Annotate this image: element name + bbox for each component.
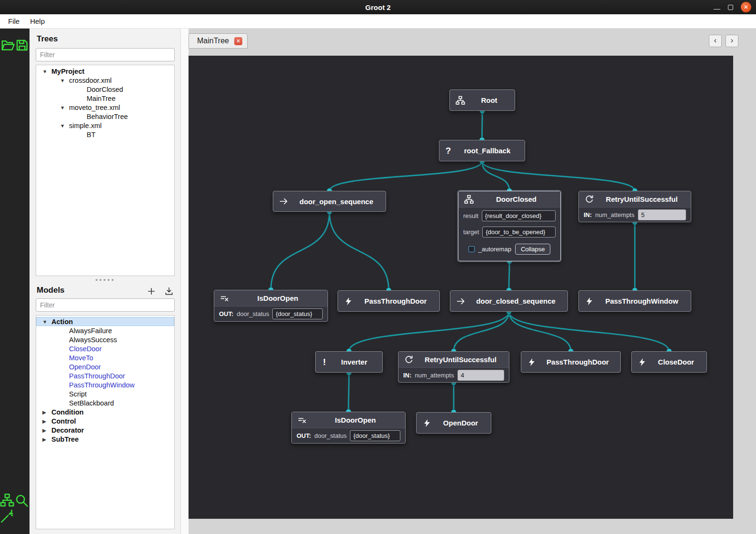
models-item-passthroughwindow[interactable]: PassThroughWindow xyxy=(36,380,174,389)
models-item-closedoor[interactable]: CloseDoor xyxy=(36,344,174,353)
trees-item-bt[interactable]: BT xyxy=(36,130,174,139)
models-item-setblackboard[interactable]: SetBlackboard xyxy=(36,398,174,407)
port-input-target[interactable]: {door_to_be_opened} xyxy=(482,227,556,237)
add-model-button[interactable] xyxy=(147,287,156,296)
models-item-decorator[interactable]: ▶Decorator xyxy=(36,425,174,435)
tree-item-label: Control xyxy=(51,417,76,425)
port-row-num_attempts: IN:num_attempts5 xyxy=(579,208,691,222)
menu-help[interactable]: Help xyxy=(25,15,50,27)
vertical-splitter[interactable] xyxy=(181,29,189,534)
maximize-button[interactable] xyxy=(728,5,733,10)
collapse-button[interactable]: Collapse xyxy=(515,244,551,255)
node-is_door_open_1[interactable]: IsDoorOpenOUT:door_status{door_status} xyxy=(214,290,328,322)
node-open_door[interactable]: OpenDoor xyxy=(416,412,491,434)
models-filter-input[interactable] xyxy=(36,298,175,312)
chevron-down-icon[interactable]: ▼ xyxy=(40,319,51,325)
tree-item-label: AlwaysSuccess xyxy=(69,336,117,344)
port-name-label: door_status xyxy=(237,310,269,317)
chevron-right-icon[interactable]: ▶ xyxy=(40,436,51,442)
chevron-down-icon[interactable]: ▼ xyxy=(40,69,51,74)
chevron-right-icon[interactable]: ▶ xyxy=(40,418,51,424)
port-input-num_attempts[interactable]: 5 xyxy=(638,209,686,220)
arrow-icon xyxy=(279,197,288,206)
tree-item-label: Condition xyxy=(51,408,84,416)
node-inverter[interactable]: !Inverter xyxy=(315,351,383,373)
tree-item-label: simple.xml xyxy=(69,122,101,129)
node-door_open_sequence[interactable]: door_open_sequence xyxy=(273,191,386,212)
node-door_closed_sequence[interactable]: door_closed_sequence xyxy=(450,290,568,312)
edge-door_closed-to-door_closed_sequence xyxy=(509,261,509,290)
models-item-action[interactable]: ▼Action xyxy=(36,317,174,326)
node-is_door_open_2[interactable]: IsDoorOpenOUT:door_status{door_status} xyxy=(291,412,406,444)
nav-back-button[interactable]: ‹ xyxy=(709,35,722,47)
chevron-down-icon[interactable]: ▼ xyxy=(58,105,69,110)
port-row-door_status: OUT:door_status{door_status} xyxy=(292,428,405,443)
magic-wand-icon[interactable] xyxy=(0,517,14,525)
trees-item-crossdoor-xml[interactable]: ▼crossdoor.xml xyxy=(36,76,174,85)
node-door_closed[interactable]: DoorClosedresult{result_door_closed}targ… xyxy=(458,191,561,261)
models-item-subtree[interactable]: ▶SubTree xyxy=(36,435,174,444)
node-retry_bottom[interactable]: RetryUntilSuccessfulIN:num_attempts4 xyxy=(398,351,509,383)
node-retry_top[interactable]: RetryUntilSuccessfulIN:num_attempts5 xyxy=(578,191,691,222)
tab-maintree[interactable]: MainTree ✕ xyxy=(189,33,248,49)
node-close_door[interactable]: CloseDoor xyxy=(631,351,707,373)
minimize-button[interactable]: — xyxy=(714,6,720,11)
port-input-num_attempts[interactable]: 4 xyxy=(458,370,504,381)
titlebar: Groot 2 — ✕ xyxy=(0,0,756,14)
models-item-condition[interactable]: ▶Condition xyxy=(36,407,174,416)
port-input-result[interactable]: {result_door_closed} xyxy=(482,210,556,221)
tab-close-icon[interactable]: ✕ xyxy=(234,37,242,45)
bolt-icon xyxy=(527,357,537,367)
trees-item-maintree[interactable]: MainTree xyxy=(36,94,174,103)
subtree-icon xyxy=(456,96,465,105)
search-icon[interactable] xyxy=(14,501,29,509)
port-input-door_status[interactable]: {door_status} xyxy=(350,430,400,441)
save-icon[interactable] xyxy=(15,46,29,54)
tree-item-label: BT xyxy=(87,131,96,138)
models-item-script[interactable]: Script xyxy=(36,389,174,398)
chevron-right-icon[interactable]: ▶ xyxy=(40,427,51,433)
trees-panel-title: Trees xyxy=(37,34,175,44)
node-pass_through_window[interactable]: PassThroughWindow xyxy=(578,290,691,312)
subtree-icon xyxy=(464,195,474,204)
node-pass_through_door_2[interactable]: PassThroughDoor xyxy=(521,351,621,373)
tree-item-label: MainTree xyxy=(87,95,116,102)
graph-canvas[interactable]: Root?root_Fallbackdoor_open_sequenceDoor… xyxy=(189,56,733,519)
folder-open-icon[interactable] xyxy=(0,46,15,54)
autoremap-checkbox[interactable] xyxy=(468,246,475,252)
models-item-opendoor[interactable]: OpenDoor xyxy=(36,362,174,371)
node-root_fallback[interactable]: ?root_Fallback xyxy=(439,140,525,161)
panel-splitter[interactable]: ●●●●● xyxy=(36,276,175,283)
models-item-alwayssuccess[interactable]: AlwaysSuccess xyxy=(36,335,174,344)
trees-filter-input[interactable] xyxy=(36,48,175,61)
trees-item-moveto-tree-xml[interactable]: ▼moveto_tree.xml xyxy=(36,103,174,112)
port-input-door_status[interactable]: {door_status} xyxy=(272,308,323,319)
bolt-icon xyxy=(637,357,647,367)
tree-item-label: moveto_tree.xml xyxy=(69,104,120,111)
chevron-down-icon[interactable]: ▼ xyxy=(58,123,69,129)
node-root[interactable]: Root xyxy=(449,89,515,111)
trees-item-behaviortree[interactable]: BehaviorTree xyxy=(36,112,174,121)
chevron-down-icon[interactable]: ▼ xyxy=(58,78,69,83)
models-item-alwaysfailure[interactable]: AlwaysFailure xyxy=(36,326,174,335)
node-label: IsDoorOpen xyxy=(311,416,399,424)
trees-item-simple-xml[interactable]: ▼simple.xml xyxy=(36,121,174,130)
edges-layer xyxy=(189,56,733,519)
menu-file[interactable]: File xyxy=(3,15,25,27)
models-item-moveto[interactable]: MoveTo xyxy=(36,353,174,362)
node-label: CloseDoor xyxy=(651,358,701,366)
chevron-right-icon[interactable]: ▶ xyxy=(40,409,51,415)
close-button[interactable]: ✕ xyxy=(741,2,751,12)
models-item-control[interactable]: ▶Control xyxy=(36,416,174,425)
autoremap-label: _autoremap xyxy=(478,246,511,253)
node-pass_through_door_1[interactable]: PassThroughDoor xyxy=(338,290,440,312)
nav-forward-button[interactable]: › xyxy=(726,35,738,47)
port-row-door_status: OUT:door_status{door_status} xyxy=(214,307,328,321)
trees-item-doorclosed[interactable]: DoorClosed xyxy=(36,85,174,94)
models-item-passthroughdoor[interactable]: PassThroughDoor xyxy=(36,371,174,380)
toolbar-top-icons xyxy=(0,38,29,54)
trees-item-myproject[interactable]: ▼MyProject xyxy=(36,67,174,76)
tree-icon[interactable] xyxy=(0,501,14,509)
edge-root_fallback-to-retry_top xyxy=(482,161,635,191)
import-models-button[interactable] xyxy=(164,287,174,296)
